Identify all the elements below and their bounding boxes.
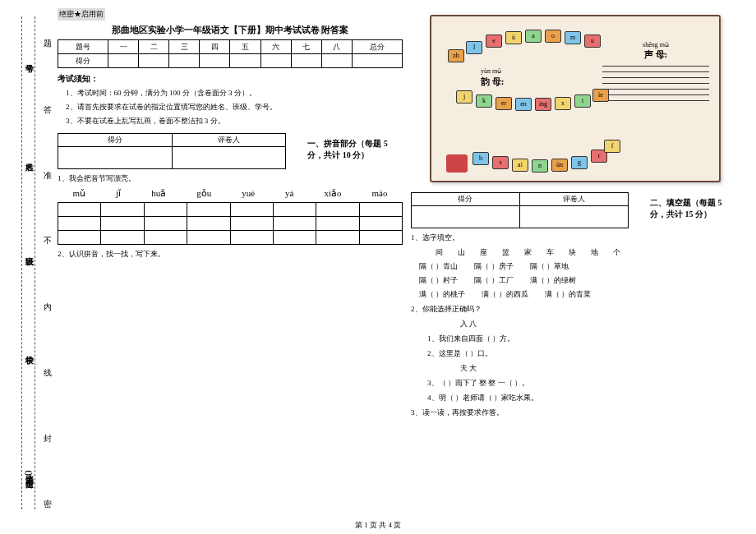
pair-1: 入 八 xyxy=(460,319,740,329)
section-score-box-2: 得分评卷人 xyxy=(411,192,629,228)
answer-lines: shēng mǔ 声 母: xyxy=(602,41,709,106)
gutter-dashed-line-2 xyxy=(35,16,35,509)
page-footer: 第 1 页 共 4 页 xyxy=(0,520,756,531)
secrecy-mark: 绝密★启用前 xyxy=(58,8,105,21)
note-3: 3、不要在试卷上乱写乱画，卷面不整洁扣 3 分。 xyxy=(66,116,403,127)
q1-text: 1、我会把音节写漂亮。 xyxy=(58,173,403,184)
s2-i4[interactable]: 4、明（ ）老师请（ ）家吃水果。 xyxy=(427,393,740,403)
pinyin-train-illustration: yùn mǔ 韵 母: shēng mǔ 声 母: zh l e ü a o m… xyxy=(430,15,721,182)
pinyin-answer-table xyxy=(58,202,403,245)
note-2: 2、请首先按要求在试卷的指定位置填写您的姓名、班级、学号。 xyxy=(66,102,403,113)
score-header-label: 题号 xyxy=(58,40,108,54)
s2-q3: 3、读一读，再按要求作答。 xyxy=(411,407,740,418)
exam-title: 那曲地区实验小学一年级语文【下册】期中考试试卷 附答案 xyxy=(58,24,403,36)
section-score-box: 得分评卷人 xyxy=(58,133,286,169)
train-engine-icon xyxy=(446,154,468,173)
s2-q1: 1、选字填空。 xyxy=(411,232,740,243)
page-content: 绝密★启用前 那曲地区实验小学一年级语文【下册】期中考试试卷 附答案 题号 一 … xyxy=(58,8,748,422)
s2-q2: 2、你能选择正确吗？ xyxy=(411,304,740,315)
pinyin-list: mǔ jǐ huǎ gǒu yuè yá xiǎo māo xyxy=(58,188,403,199)
q2-text: 2、认识拼音，找一找，写下来。 xyxy=(58,249,403,260)
gutter-town-label: 乡镇 (街道) xyxy=(23,468,35,476)
note-1: 1、考试时间：60 分钟，满分为 100 分（含卷面分 3 分）。 xyxy=(66,88,403,99)
right-column: yùn mǔ 韵 母: shēng mǔ 声 母: zh l e ü a o m… xyxy=(411,8,740,422)
word-bank: 间 山 座 篮 家 车 块 地 个 xyxy=(436,247,740,258)
exam-notes-heading: 考试须知： xyxy=(58,73,403,85)
binding-gutter: 乡镇 (街道) 学校 班级 姓名 学号 密 封 线 内 不 准 答 题 xyxy=(0,0,49,534)
s2-i1[interactable]: 1、我们来自四面（ ）方。 xyxy=(427,334,740,344)
score-row-label: 得分 xyxy=(58,54,108,68)
score-summary-table: 题号 一 二 三 四 五 六 七 八 总分 得分 xyxy=(58,39,403,68)
section-1-title: 一、拼音部分（每题 5 分，共计 10 分） xyxy=(307,138,403,161)
s2-i3[interactable]: 3、（ ）雨下了 整 整 一（ ）。 xyxy=(427,378,740,389)
left-column: 绝密★启用前 那曲地区实验小学一年级语文【下册】期中考试试卷 附答案 题号 一 … xyxy=(58,8,411,422)
yunmu-label: 韵 母: xyxy=(481,76,504,88)
section-2-title: 二、填空题（每题 5 分，共计 15 分） xyxy=(650,197,740,220)
pair-2: 天 大 xyxy=(460,363,740,374)
gutter-dashed-line xyxy=(21,16,22,509)
s2-i2[interactable]: 2、这里是（ ）口。 xyxy=(427,348,740,359)
shengmu-label: 声 母: xyxy=(602,48,709,61)
